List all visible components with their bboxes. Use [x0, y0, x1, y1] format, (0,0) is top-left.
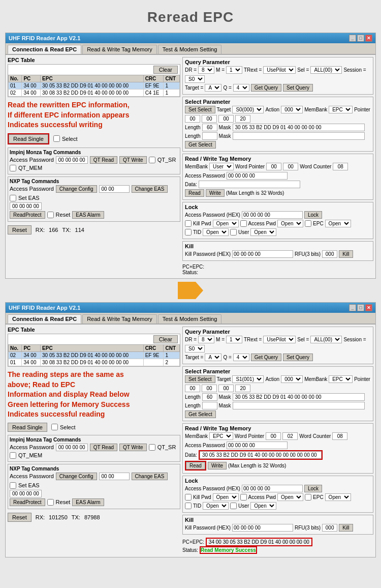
- win1-sp-mask-input[interactable]: [233, 124, 365, 131]
- win2-q-select[interactable]: 4: [233, 354, 249, 361]
- win1-write-button[interactable]: Write: [206, 189, 225, 197]
- win1-set-eas-checkbox[interactable]: [10, 195, 16, 201]
- win1-epc-lock-checkbox[interactable]: [305, 220, 311, 227]
- win1-rwmem-data-input[interactable]: [199, 181, 300, 188]
- win1-clear-button[interactable]: Clear: [153, 66, 178, 74]
- win1-trext-select[interactable]: UsePilot: [263, 66, 296, 74]
- win1-qt-write-button[interactable]: QT Write: [119, 156, 147, 164]
- win2-kill-pwd-checkbox[interactable]: [185, 494, 192, 501]
- win1-m-select[interactable]: 1: [226, 66, 242, 74]
- win2-sp-len-input[interactable]: [202, 393, 217, 401]
- win2-write-button[interactable]: Write: [208, 462, 227, 469]
- win1-change-eas-button[interactable]: Change EAS: [132, 185, 168, 193]
- win2-sp-ptr2[interactable]: [202, 385, 217, 392]
- win2-kill-button[interactable]: Kill: [339, 524, 353, 532]
- win2-rfu-input[interactable]: [322, 524, 337, 532]
- win1-sp-ptr1[interactable]: [185, 115, 200, 123]
- win2-sp-ptr4[interactable]: [235, 385, 250, 392]
- win1-qt-mem-checkbox[interactable]: [10, 165, 16, 171]
- win1-minimize[interactable]: _: [349, 35, 356, 42]
- win2-sp-mask-input[interactable]: [233, 393, 365, 401]
- win1-kill-pw[interactable]: [232, 250, 293, 258]
- win1-qt-read-button[interactable]: QT Read: [90, 156, 117, 164]
- win1-close[interactable]: ✕: [365, 35, 372, 42]
- win1-rfu-input[interactable]: [322, 250, 337, 258]
- win1-dr-select[interactable]: 8: [198, 66, 214, 74]
- win2-table-row[interactable]: 01 34 00 30 08 33 B2 DD D9 01 40 00 00 0…: [9, 359, 180, 366]
- win2-tab-connection[interactable]: Connection & Read EPC: [8, 314, 81, 324]
- win1-select-checkbox[interactable]: [53, 135, 60, 142]
- win1-user-checkbox[interactable]: [230, 229, 237, 236]
- win1-readprotect-button[interactable]: ReadProtect: [10, 211, 45, 219]
- win2-set-eas-checkbox[interactable]: [10, 482, 16, 489]
- win1-kill-button[interactable]: Kill: [339, 250, 353, 258]
- win2-clear-button[interactable]: Clear: [153, 335, 178, 343]
- win1-rwmem-wp1[interactable]: [266, 163, 281, 170]
- win1-q-select[interactable]: 4: [233, 84, 249, 92]
- win1-sp-ptr2[interactable]: [202, 115, 217, 123]
- win2-eas-alarm-button[interactable]: EAS Alarm: [72, 498, 104, 506]
- win2-rwmem-wp1[interactable]: [266, 432, 281, 440]
- win1-tid-select[interactable]: Open: [203, 228, 229, 236]
- win2-kill-pwd-select[interactable]: Open: [213, 493, 239, 501]
- win2-sel-select[interactable]: ALL(00): [310, 336, 342, 343]
- win2-kill-pw[interactable]: [232, 524, 293, 532]
- win2-rwmem-wp2[interactable]: [282, 432, 298, 440]
- win1-tab-test[interactable]: Test & Modem Setting: [158, 45, 222, 54]
- win2-get-select-button[interactable]: Get Select: [185, 410, 216, 418]
- win2-table-row[interactable]: 02 34 00 30 05 33 B2 DD D9 01 40 00 00 0…: [9, 352, 180, 359]
- win2-rwmem-ap[interactable]: [227, 442, 288, 449]
- win2-maximize[interactable]: □: [357, 304, 364, 311]
- win1-sp-len2-input[interactable]: [202, 132, 217, 140]
- win2-user-checkbox[interactable]: [230, 503, 237, 509]
- win1-target-select[interactable]: A: [205, 84, 221, 92]
- win1-table-row[interactable]: 02 34 00 30 08 33 B2 DD D9 01 40 00 00 0…: [9, 90, 180, 97]
- win2-user-select[interactable]: Open: [250, 502, 276, 510]
- win1-rwmem-wc[interactable]: [333, 163, 348, 170]
- win1-reset-button[interactable]: Reset: [8, 225, 31, 234]
- win2-rwmem-mb-select[interactable]: EPC: [209, 432, 233, 440]
- win2-lock-ap[interactable]: [242, 485, 303, 492]
- win2-get-query-button[interactable]: Get Query: [251, 354, 281, 361]
- win1-sp-ptr3[interactable]: [218, 115, 234, 123]
- win1-get-query-button[interactable]: Get Query: [251, 84, 281, 92]
- win2-sp-action-select[interactable]: 000: [281, 375, 303, 383]
- win1-epc-lock-select[interactable]: Open: [325, 220, 351, 227]
- win1-rwmem-ap[interactable]: [227, 172, 288, 180]
- win2-tid-checkbox[interactable]: [185, 503, 192, 509]
- win1-sel-select[interactable]: ALL(00): [310, 66, 342, 74]
- win1-session-select[interactable]: S0: [185, 75, 205, 83]
- win2-set-query-button[interactable]: Set Query: [283, 354, 313, 361]
- win1-maximize[interactable]: □: [357, 35, 364, 42]
- win1-lock-ap[interactable]: [242, 211, 303, 219]
- win1-sp-action-select[interactable]: 000: [281, 106, 303, 113]
- win1-qt-sr-checkbox[interactable]: [149, 157, 155, 163]
- win1-sp-target-select[interactable]: S0(000): [232, 106, 264, 113]
- win2-qt-mem-checkbox[interactable]: [10, 452, 16, 459]
- win2-sp-ptr1[interactable]: [185, 385, 200, 392]
- win2-read-button[interactable]: Read: [186, 462, 205, 469]
- win2-reset-checkbox[interactable]: [47, 499, 54, 506]
- win1-change-config-button[interactable]: Change Config: [56, 185, 97, 193]
- win1-kill-pwd-select[interactable]: Open: [213, 220, 239, 227]
- win2-lock-button[interactable]: Lock: [304, 485, 322, 492]
- win2-target-select[interactable]: A: [205, 354, 221, 361]
- win2-session-select[interactable]: S0: [185, 345, 205, 352]
- win2-change-config-button[interactable]: Change Config: [56, 473, 97, 480]
- win1-read-single-button[interactable]: Read Single: [9, 134, 48, 143]
- win1-user-select[interactable]: Open: [250, 228, 276, 236]
- win2-select-checkbox[interactable]: [51, 424, 58, 430]
- win2-minimize[interactable]: _: [349, 304, 356, 311]
- win1-eas-alarm-button[interactable]: EAS Alarm: [72, 211, 104, 219]
- win2-rwmem-data-input[interactable]: [200, 451, 322, 459]
- win2-trext-select[interactable]: UsePilot: [263, 336, 296, 343]
- win1-tab-readwrite[interactable]: Read & Write Tag Memory: [82, 45, 157, 54]
- win2-access-pwd-checkbox[interactable]: [240, 494, 247, 501]
- win2-close[interactable]: ✕: [365, 304, 372, 311]
- win2-dr-select[interactable]: 8: [198, 336, 214, 343]
- win2-tab-readwrite[interactable]: Read & Write Tag Memory: [82, 314, 157, 324]
- win1-rwmem-wp2[interactable]: [283, 163, 298, 170]
- win2-sp-membank-select[interactable]: EPC: [329, 375, 353, 383]
- win1-sp-membank-select[interactable]: EPC: [329, 106, 353, 113]
- win2-sp-ptr3[interactable]: [218, 385, 234, 392]
